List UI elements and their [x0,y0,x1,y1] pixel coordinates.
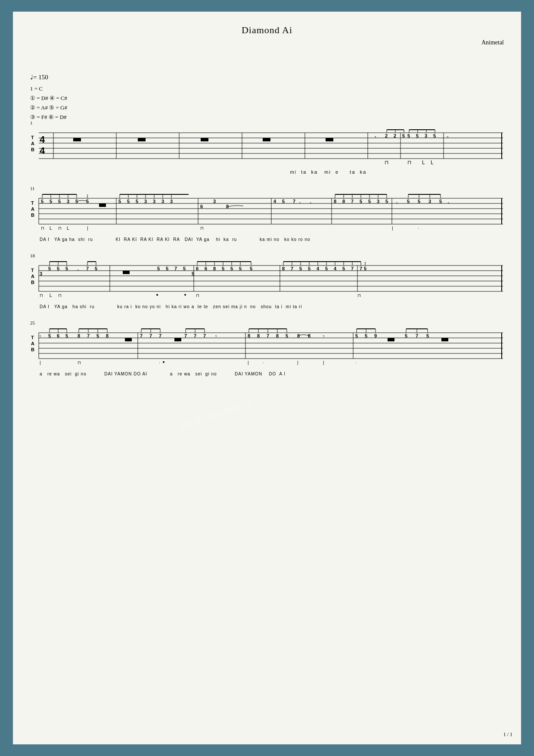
svg-text:⊓: ⊓ [41,226,44,231]
svg-text:5: 5 [127,199,130,204]
svg-text:7: 7 [203,333,206,338]
svg-text:5: 5 [299,266,302,271]
svg-text:5: 5 [402,133,405,138]
key-info: 1 = C [30,84,504,94]
svg-text:7: 7 [174,266,177,271]
svg-text:5: 5 [355,333,358,338]
tab-section-2: 11 T A B 5 5 5 3 5 [30,192,504,242]
svg-text:4: 4 [273,199,276,204]
svg-text:4: 4 [334,266,337,271]
svg-text:7: 7 [293,199,295,204]
tab-staff-1: T A B 4 4 [30,126,504,165]
svg-text:·: · [355,360,357,365]
svg-text:6: 6 [196,266,199,271]
measure-number-1: 1 [30,120,33,125]
svg-text:⊓: ⊓ [407,159,411,165]
svg-text:3: 3 [428,199,431,204]
svg-text:7: 7 [184,333,187,338]
svg-text:6: 6 [200,204,203,209]
svg-text:⊓: ⊓ [357,293,361,298]
svg-text:8: 8 [334,199,336,204]
svg-text:3: 3 [425,133,427,138]
lyrics-4: a re wa sei gi no DAI YAMON DO AI a re w… [40,372,504,376]
svg-text:𝄾: 𝄾 [215,335,217,337]
svg-text:⊓: ⊓ [40,293,43,298]
svg-rect-246 [125,338,132,341]
svg-text:5: 5 [57,266,59,271]
composer-name: Animetal [30,39,504,46]
svg-text:5: 5 [368,199,371,204]
svg-text:T: T [31,135,34,140]
svg-text:5: 5 [222,266,224,271]
svg-text:5: 5 [48,333,51,338]
tab-section-1: 1 T A B 4 4 [30,126,504,175]
song-title: Diamond Ai [30,25,504,36]
svg-text:5: 5 [407,133,410,138]
svg-text:5: 5 [418,199,420,204]
svg-text:5: 5 [157,266,160,271]
svg-text:5: 5 [308,266,310,271]
svg-text:5: 5 [365,333,367,338]
svg-text:8: 8 [213,266,216,271]
svg-text:5: 5 [50,199,52,204]
svg-text:9: 9 [374,333,377,338]
svg-text:2: 2 [385,133,388,138]
svg-text:A: A [31,141,34,146]
svg-text:L: L [67,226,69,231]
svg-text:5: 5 [41,199,43,204]
svg-text:7: 7 [351,199,354,204]
tab-section-3: 18 T A B 3 5 5 5 𝄾 [30,259,504,309]
svg-text:8: 8 [282,266,285,271]
svg-text:⊓: ⊓ [58,293,62,298]
lyrics-1: mi ta ka mi e ta ka [40,169,504,175]
svg-text:⊓: ⊓ [385,159,388,165]
svg-text:5: 5 [118,199,121,204]
svg-text:6: 6 [57,333,59,338]
watermark: 弹琴吧 www.tan8.com [179,397,254,433]
svg-text:5: 5 [250,266,252,271]
svg-text:·: · [159,360,160,365]
tab-section-4: 25 T A B 𝄾 5 6 5 [30,326,504,376]
svg-text:7: 7 [149,333,152,338]
svg-text:5: 5 [426,333,429,338]
svg-text:5: 5 [385,199,388,204]
svg-text:L: L [50,226,52,231]
svg-text:|: | [392,226,393,231]
svg-rect-22 [201,138,208,141]
svg-text:⊓: ⊓ [196,293,199,298]
svg-text:L: L [431,159,434,165]
svg-text:4: 4 [317,266,320,271]
svg-text:5: 5 [282,199,285,204]
svg-text:5: 5 [183,266,186,271]
svg-text:7: 7 [86,266,89,271]
svg-text:3: 3 [377,199,379,204]
svg-text:5: 5 [95,266,97,271]
sheet-music-page: Diamond Ai Animetal ♩= 150 1 = C ① = D# … [13,12,521,744]
svg-text:T: T [31,200,34,206]
svg-text:8: 8 [308,333,310,338]
tuning-line-1: ① = D# ④ = C# [30,94,504,103]
svg-text:5: 5 [96,333,99,338]
svg-text:3: 3 [161,199,164,204]
svg-text:T: T [31,335,34,340]
svg-text:7: 7 [140,333,143,338]
svg-text:⊓: ⊓ [200,226,204,231]
svg-text:A: A [31,341,34,346]
tempo-marking: ♩= 150 [30,72,504,83]
svg-text:5: 5 [433,133,436,138]
svg-text:⊓: ⊓ [78,360,81,365]
svg-text:·: · [418,226,419,231]
svg-point-250 [163,361,165,363]
svg-text:5: 5 [86,199,89,204]
svg-text:8: 8 [276,333,279,338]
tab-staff-2: T A B 5 5 5 3 5 [30,192,504,233]
svg-text:5: 5 [65,333,68,338]
svg-text:B: B [31,347,34,352]
svg-text:7: 7 [159,333,161,338]
svg-rect-163 [123,271,130,274]
svg-rect-21 [138,138,146,141]
svg-text:B: B [31,212,34,218]
svg-text:7: 7 [87,333,90,338]
svg-point-170 [184,294,186,296]
tab-staff-3: T A B 3 5 5 5 𝄾 7 5 [30,259,504,300]
